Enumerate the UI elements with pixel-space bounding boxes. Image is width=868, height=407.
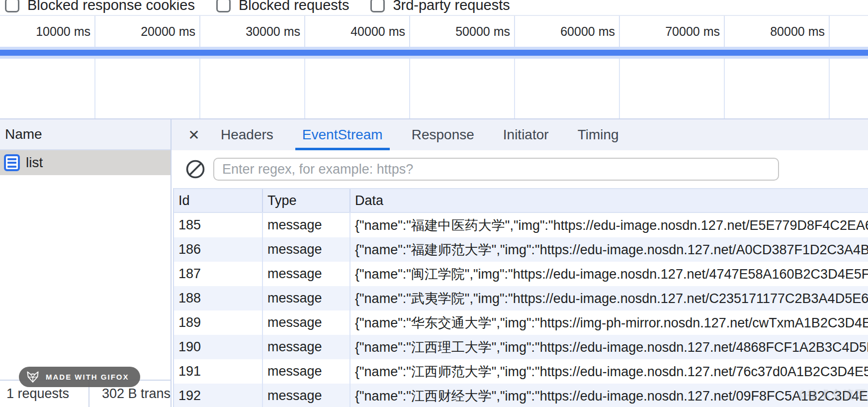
- row-id: 189: [174, 310, 263, 335]
- filter-checkbox-label: Blocked response cookies: [27, 0, 195, 13]
- request-rows: list: [0, 150, 171, 175]
- details-tab[interactable]: Response: [405, 119, 481, 150]
- regex-filter-input[interactable]: [213, 158, 779, 181]
- request-row[interactable]: list: [0, 150, 171, 175]
- fox-icon: [25, 370, 40, 385]
- waterfall-grid-column: [200, 59, 305, 118]
- row-type: message: [263, 384, 350, 407]
- timeline-tick-label: 10000 ms: [0, 16, 95, 47]
- waterfall-grid[interactable]: [0, 59, 868, 118]
- gifox-badge-label: MADE WITH GIFOX: [46, 373, 129, 381]
- eventstream-table: Id Type Data 185 message {"name":"福建中医药大…: [173, 188, 868, 407]
- timeline-tick-label: 60000 ms: [515, 16, 620, 47]
- checkbox-icon[interactable]: [370, 0, 385, 12]
- clear-block-icon[interactable]: [185, 159, 205, 179]
- details-tab-bar: ✕ Headers EventStream Response: [172, 119, 868, 150]
- row-data: {"name":"江西财经大学","img":"https://edu-imag…: [350, 384, 868, 407]
- row-data: {"name":"江西理工大学","img":"https://edu-imag…: [350, 335, 868, 359]
- waterfall-grid-column: [515, 59, 620, 118]
- row-id: 186: [174, 237, 263, 262]
- timeline-tick-label: 40000 ms: [305, 16, 410, 47]
- waterfall-grid-column: [410, 59, 515, 118]
- row-type: message: [263, 262, 350, 286]
- row-data: {"name":"武夷学院","img":"https://edu-image.…: [350, 286, 868, 310]
- eventstream-row[interactable]: 185 message {"name":"福建中医药大学","img":"htt…: [174, 213, 868, 237]
- column-header-type[interactable]: Type: [263, 189, 350, 212]
- eventstream-toolbar: [172, 150, 868, 188]
- row-data: {"name":"华东交通大学","img":"https://img-ph-m…: [350, 310, 868, 335]
- timeline-tick-label: 80000 ms: [725, 16, 830, 47]
- details-tab-label: Headers: [221, 127, 273, 143]
- row-id: 190: [174, 335, 263, 359]
- name-column-header-label: Name: [5, 126, 42, 142]
- row-id: 191: [174, 359, 263, 384]
- row-id: 187: [174, 262, 263, 286]
- row-type: message: [263, 237, 350, 262]
- checkbox-icon[interactable]: [5, 0, 19, 12]
- eventstream-row[interactable]: 192 message {"name":"江西财经大学","img":"http…: [174, 384, 868, 407]
- timeline-tick-label: 20000 ms: [95, 16, 200, 47]
- timeline-tick-label: 30000 ms: [200, 16, 305, 47]
- eventstream-table-header: Id Type Data: [174, 188, 868, 213]
- details-tab-label: Response: [412, 127, 474, 143]
- row-id: 188: [174, 286, 263, 310]
- devtools-network-panel: Blocked response cookies Blocked request…: [0, 0, 868, 407]
- details-tabs: Headers EventStream Response Initiator: [201, 119, 641, 150]
- gifox-badge: MADE WITH GIFOX: [19, 367, 140, 387]
- row-type: message: [263, 213, 350, 237]
- request-details-pane: ✕ Headers EventStream Response: [172, 119, 868, 407]
- timeline-tick-label: 50000 ms: [410, 16, 515, 47]
- row-type: message: [263, 359, 350, 384]
- waterfall-grid-column: [0, 59, 95, 118]
- timeline-tick-label: 70000 ms: [620, 16, 725, 47]
- row-type: message: [263, 335, 350, 359]
- details-tab[interactable]: Headers: [214, 119, 280, 150]
- filter-checkbox-label: 3rd-party requests: [393, 0, 510, 13]
- document-icon: [4, 154, 20, 171]
- row-type: message: [263, 286, 350, 310]
- eventstream-row[interactable]: 187 message {"name":"闽江学院","img":"https:…: [174, 262, 868, 286]
- column-header-data[interactable]: Data: [350, 189, 868, 212]
- row-type: message: [263, 310, 350, 335]
- filter-checkbox-item[interactable]: Blocked response cookies: [5, 0, 195, 13]
- requests-panel: Name list: [0, 119, 171, 407]
- eventstream-row[interactable]: 186 message {"name":"福建师范大学","img":"http…: [174, 237, 868, 262]
- row-data: {"name":"江西师范大学","img":"https://edu-imag…: [350, 359, 868, 384]
- row-data: {"name":"闽江学院","img":"https://edu-image.…: [350, 262, 868, 286]
- details-tab[interactable]: EventStream: [295, 119, 390, 150]
- filters-checkbox-group: Blocked response cookies Blocked request…: [5, 0, 510, 15]
- name-column-header[interactable]: Name: [0, 119, 171, 150]
- row-data: {"name":"福建师范大学","img":"https://edu-imag…: [350, 237, 868, 262]
- checkbox-icon[interactable]: [216, 0, 231, 12]
- timeline-ruler[interactable]: 10000 ms 20000 ms 30000 ms 40000 ms 5000…: [0, 15, 868, 47]
- overview-selected-range-bar[interactable]: [0, 50, 868, 56]
- close-details-button[interactable]: ✕: [186, 119, 201, 150]
- network-filters-bar: Blocked response cookies Blocked request…: [0, 0, 868, 15]
- filter-checkbox-item[interactable]: 3rd-party requests: [370, 0, 510, 13]
- waterfall-grid-column: [95, 59, 200, 118]
- eventstream-row[interactable]: 189 message {"name":"华东交通大学","img":"http…: [174, 310, 868, 335]
- details-tab[interactable]: Timing: [571, 119, 626, 150]
- details-tab[interactable]: Initiator: [496, 119, 556, 150]
- waterfall-grid-column: [725, 59, 830, 118]
- eventstream-row[interactable]: 188 message {"name":"武夷学院","img":"https:…: [174, 286, 868, 310]
- watermark-text: ©技术交流区: [798, 388, 867, 403]
- eventstream-row[interactable]: 190 message {"name":"江西理工大学","img":"http…: [174, 335, 868, 359]
- column-header-id[interactable]: Id: [174, 189, 263, 212]
- details-tab-label: Initiator: [503, 127, 549, 143]
- details-tab-label: Timing: [578, 127, 619, 143]
- row-data: {"name":"福建中医药大学","img":"https://edu-ima…: [350, 213, 868, 237]
- eventstream-row[interactable]: 191 message {"name":"江西师范大学","img":"http…: [174, 359, 868, 384]
- row-id: 192: [174, 384, 263, 407]
- waterfall-grid-column: [305, 59, 410, 118]
- eventstream-rows: 185 message {"name":"福建中医药大学","img":"htt…: [174, 213, 868, 407]
- filter-checkbox-item[interactable]: Blocked requests: [216, 0, 349, 13]
- details-tab-label: EventStream: [302, 127, 383, 143]
- close-icon: ✕: [188, 127, 199, 143]
- waterfall-grid-column: [620, 59, 725, 118]
- row-id: 185: [174, 213, 263, 237]
- request-name: list: [26, 155, 43, 171]
- filter-checkbox-label: Blocked requests: [239, 0, 349, 13]
